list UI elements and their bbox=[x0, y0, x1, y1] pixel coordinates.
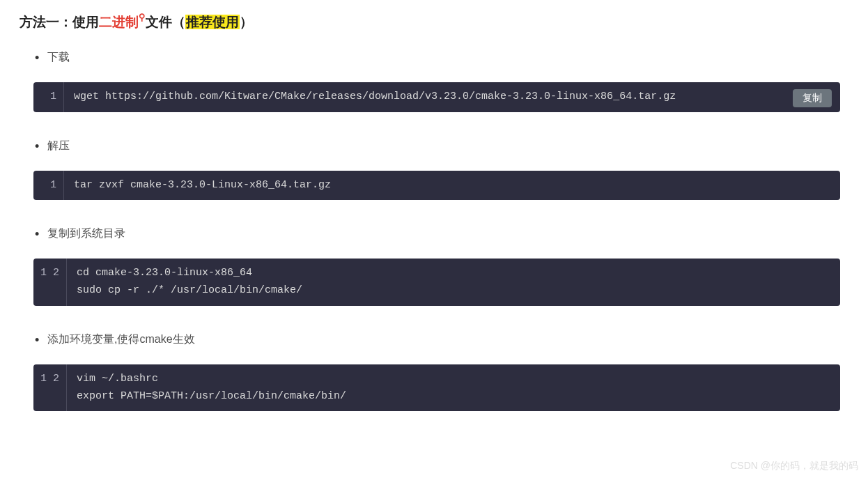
section-heading: 方法一：使用二进制⚲文件（推荐使用） bbox=[20, 13, 854, 32]
code-block: 1wget https://github.com/Kitware/CMake/r… bbox=[33, 82, 840, 112]
line-numbers: 1 2 bbox=[33, 259, 67, 306]
code-content[interactable]: tar zvxf cmake-3.23.0-Linux-x86_64.tar.g… bbox=[64, 171, 840, 201]
code-content[interactable]: vim ~/.bashrc export PATH=$PATH:/usr/loc… bbox=[67, 364, 840, 412]
list-item: 解压 bbox=[47, 137, 854, 154]
list-item: 添加环境变量,使得cmake生效 bbox=[47, 331, 854, 348]
copy-button[interactable]: 复制 bbox=[793, 89, 832, 107]
line-numbers: 1 2 bbox=[33, 364, 67, 412]
list-item: 下载 bbox=[47, 49, 854, 65]
binary-link[interactable]: 二进制 bbox=[99, 15, 139, 29]
code-block: 1 2cd cmake-3.23.0-linux-x86_64 sudo cp … bbox=[33, 259, 840, 306]
search-icon[interactable]: ⚲ bbox=[139, 12, 146, 22]
code-block: 1 2vim ~/.bashrc export PATH=$PATH:/usr/… bbox=[33, 364, 840, 412]
heading-suffix: ） bbox=[240, 15, 253, 29]
line-numbers: 1 bbox=[33, 171, 64, 201]
code-content[interactable]: cd cmake-3.23.0-linux-x86_64 sudo cp -r … bbox=[67, 259, 840, 306]
code-content[interactable]: wget https://github.com/Kitware/CMake/re… bbox=[64, 82, 840, 112]
list-item: 复制到系统目录 bbox=[47, 225, 854, 242]
heading-mid: 文件（ bbox=[146, 15, 185, 29]
heading-highlight: 推荐使用 bbox=[185, 15, 240, 29]
heading-prefix: 方法一：使用 bbox=[20, 15, 99, 29]
code-block: 1tar zvxf cmake-3.23.0-Linux-x86_64.tar.… bbox=[33, 171, 840, 201]
line-numbers: 1 bbox=[33, 82, 64, 112]
